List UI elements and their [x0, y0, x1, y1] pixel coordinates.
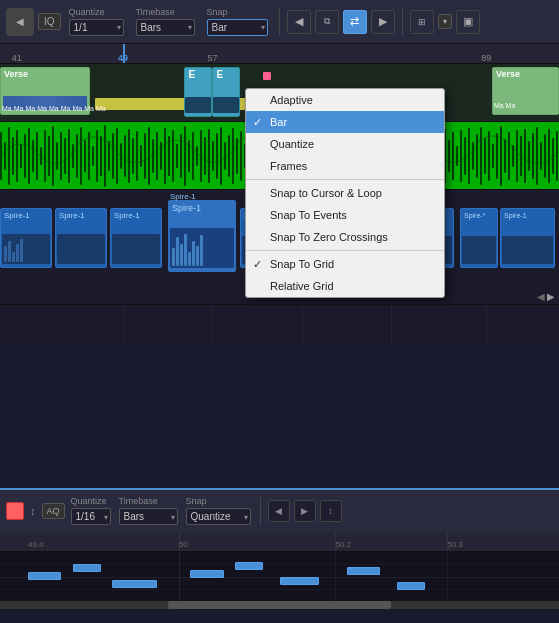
bottom-ruler-gridline: [179, 532, 180, 551]
spire-clip-far2[interactable]: Spire-1: [500, 208, 555, 268]
svg-rect-47: [184, 126, 186, 186]
bottom-timebase-select[interactable]: Bars Seconds: [119, 508, 178, 525]
snap-select[interactable]: Bar Adaptive Quantize Frames: [207, 19, 268, 36]
svg-rect-133: [528, 141, 530, 171]
bottom-ruler: 49.4 50 50.2 50.3: [0, 532, 559, 552]
bottom-btn-1[interactable]: ◀: [268, 500, 290, 522]
ruler-tick-89: 89: [481, 53, 491, 63]
svg-rect-9: [32, 140, 34, 172]
quantize-select[interactable]: 1/1 1/2 1/4 1/8 1/16: [69, 19, 124, 36]
timebase-label: Timebase: [136, 8, 195, 17]
dropdown-item-relative-grid[interactable]: Relative Grid: [246, 275, 444, 297]
scroll-left-icon[interactable]: ◀: [537, 291, 545, 302]
btn-double-rect[interactable]: ⧉: [315, 10, 339, 34]
svg-rect-29: [112, 133, 114, 179]
svg-rect-124: [492, 144, 494, 168]
svg-rect-114: [452, 132, 454, 180]
dropdown-item-snap-zero[interactable]: Snap To Zero Crossings: [246, 226, 444, 248]
svg-rect-57: [224, 142, 226, 170]
svg-rect-58: [228, 135, 230, 177]
dropdown-item-snap-events[interactable]: Snap To Events: [246, 204, 444, 226]
svg-rect-24: [92, 146, 94, 166]
ruler-tick-41: 41: [12, 53, 22, 63]
window-icon: ▣: [463, 15, 473, 28]
spire-clip-2-label: Spire-1: [114, 211, 140, 220]
svg-rect-128: [508, 132, 510, 180]
spire-clip-far2-label: Spire-1: [504, 212, 527, 219]
note-1[interactable]: [28, 572, 62, 580]
svg-rect-8: [28, 128, 30, 184]
btn-swap[interactable]: ⇄: [343, 10, 367, 34]
spire-clip-0[interactable]: Spire-1: [0, 208, 52, 268]
dropdown-item-snap-cursor-loop[interactable]: Snap to Cursor & Loop: [246, 182, 444, 204]
scrollbar-thumb[interactable]: [168, 601, 392, 609]
note-8[interactable]: [397, 582, 425, 590]
ruler-tick-502: 50.2: [335, 540, 351, 549]
dropdown-item-quantize[interactable]: Quantize: [246, 133, 444, 155]
bottom-quantize-select[interactable]: 1/16 1/8 1/4: [71, 508, 111, 525]
svg-rect-127: [504, 139, 506, 173]
svg-rect-17: [64, 138, 66, 174]
timebase-select[interactable]: Bars Seconds Samples: [136, 19, 195, 36]
bottom-snap-group: Snap Quantize Bar Adaptive: [186, 497, 251, 525]
bottom-btn-2[interactable]: ▶: [294, 500, 316, 522]
dropdown-item-frames[interactable]: Frames: [246, 155, 444, 177]
svg-rect-39: [152, 139, 154, 173]
spire-clip-center-label: Spire-1: [172, 203, 201, 213]
svg-rect-130: [516, 130, 518, 182]
note-6[interactable]: [280, 577, 319, 585]
aq-badge: AQ: [42, 503, 65, 519]
dropdown-sep-2: [246, 250, 444, 251]
dropdown-item-snap-grid[interactable]: Snap To Grid: [246, 253, 444, 275]
note-7[interactable]: [347, 567, 381, 575]
dropdown-item-adaptive[interactable]: Adaptive: [246, 89, 444, 111]
playhead: [123, 44, 125, 63]
bottom-divider: [260, 497, 261, 525]
ruler-tick-50: 50: [179, 540, 188, 549]
note-2[interactable]: [73, 564, 101, 572]
svg-rect-16: [60, 132, 62, 180]
note-4[interactable]: [190, 570, 224, 578]
scroll-right-icon[interactable]: ▶: [547, 291, 555, 302]
note-5[interactable]: [235, 562, 263, 570]
bottom-btn-3[interactable]: ↕: [320, 500, 342, 522]
svg-rect-116: [460, 130, 462, 182]
svg-rect-36: [140, 145, 142, 167]
svg-rect-6: [20, 144, 22, 168]
btn-right-arrow[interactable]: ▶: [371, 10, 395, 34]
spire-clip-1[interactable]: Spire-1: [55, 208, 107, 268]
v-gridline-2: [335, 552, 336, 601]
svg-rect-21: [80, 127, 82, 185]
dropdown-item-bar[interactable]: Bar: [246, 111, 444, 133]
color-swatch[interactable]: [6, 502, 24, 520]
spire-clip-2[interactable]: Spire-1: [110, 208, 162, 268]
svg-rect-138: [548, 129, 550, 183]
bottom-ruler-gridline-2: [335, 532, 336, 551]
svg-rect-15: [56, 142, 58, 170]
spire-clip-far1[interactable]: Spire-*: [460, 208, 498, 268]
svg-rect-11: [40, 147, 42, 165]
svg-rect-136: [540, 142, 542, 170]
btn-left-arrow[interactable]: ◀: [287, 10, 311, 34]
horizontal-scrollbar[interactable]: [0, 601, 559, 609]
dropdown-snap-events-label: Snap To Events: [270, 209, 347, 221]
v-gridline-1: [179, 552, 180, 601]
svg-rect-50: [196, 146, 198, 166]
bottom-snap-select[interactable]: Quantize Bar Adaptive: [186, 508, 251, 525]
svg-rect-56: [220, 127, 222, 185]
grid-dropdown-btn[interactable]: ▾: [438, 14, 452, 29]
btn-grid[interactable]: ⊞: [410, 10, 434, 34]
dropdown-bar-label: Bar: [270, 116, 287, 128]
note-3[interactable]: [112, 580, 157, 588]
ruler-tick-57: 57: [207, 53, 217, 63]
svg-rect-48: [188, 140, 190, 172]
dropdown-sep-1: [246, 179, 444, 180]
btn-window[interactable]: ▣: [456, 10, 480, 34]
svg-rect-59: [232, 128, 234, 184]
spire-clip-center[interactable]: Spire-1: [168, 200, 236, 272]
svg-rect-26: [100, 136, 102, 176]
svg-rect-10: [36, 132, 38, 180]
svg-rect-13: [48, 136, 50, 176]
svg-rect-32: [124, 135, 126, 177]
svg-rect-25: [96, 130, 98, 182]
